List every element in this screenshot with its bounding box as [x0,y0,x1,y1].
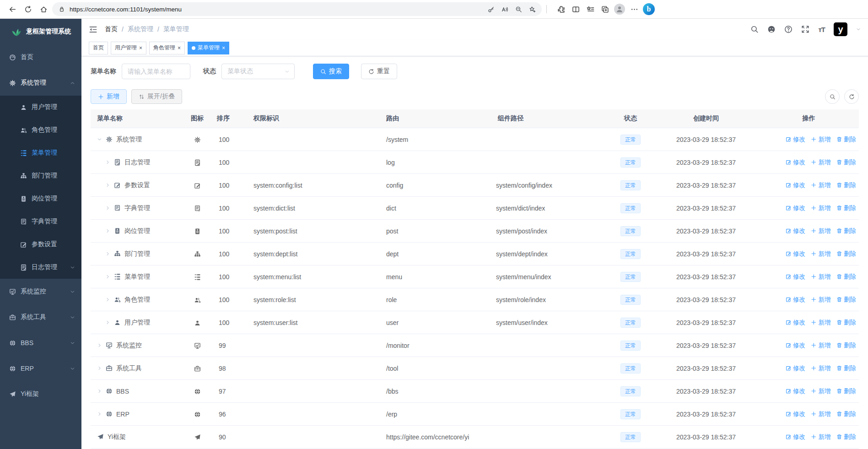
row-add-action[interactable]: 新增 [811,204,831,212]
row-expand-caret[interactable] [105,297,110,302]
row-edit-action[interactable]: 修改 [786,387,806,395]
tab-用户管理[interactable]: 用户管理× [111,42,146,54]
row-edit-action[interactable]: 修改 [786,364,806,373]
row-edit-action[interactable]: 修改 [786,204,806,212]
sidebar-item-menu[interactable]: 菜单管理 [0,141,81,164]
row-add-action[interactable]: 新增 [811,433,831,441]
row-edit-action[interactable]: 修改 [786,135,806,144]
extensions-icon[interactable] [554,2,568,16]
row-expand-caret[interactable] [97,389,102,394]
row-add-action[interactable]: 新增 [811,158,831,167]
sidebar-item-dept[interactable]: 部门管理 [0,164,81,187]
password-key-icon[interactable] [485,3,497,15]
row-expand-caret[interactable] [97,343,102,348]
ssl-lock-icon[interactable] [58,5,66,13]
close-icon[interactable]: × [222,45,225,51]
row-expand-caret[interactable] [105,206,110,211]
row-delete-action[interactable]: 删除 [836,364,857,373]
row-add-action[interactable]: 新增 [811,410,831,418]
row-delete-action[interactable]: 删除 [836,250,857,258]
status-select[interactable]: 菜单状态 [221,64,295,79]
row-add-action[interactable]: 新增 [811,319,831,327]
tab-菜单管理[interactable]: 菜单管理× [188,42,229,54]
row-expand-caret[interactable] [97,137,102,142]
row-add-action[interactable]: 新增 [811,250,831,258]
read-aloud-icon[interactable] [499,3,511,15]
row-expand-caret[interactable] [105,228,110,233]
favorite-add-icon[interactable] [526,3,538,15]
refresh-table-button[interactable] [844,89,859,104]
sidebar-item-role[interactable]: 角色管理 [0,119,81,141]
collections-icon[interactable] [598,2,612,16]
sidebar-item-monitor[interactable]: 系统监控 [0,279,81,304]
fullscreen-icon[interactable] [801,25,809,33]
row-delete-action[interactable]: 删除 [836,341,857,350]
row-edit-action[interactable]: 修改 [786,158,806,167]
row-edit-action[interactable]: 修改 [786,410,806,418]
row-edit-action[interactable]: 修改 [786,296,806,304]
zoom-out-icon[interactable] [512,3,524,15]
row-expand-caret[interactable] [105,251,110,256]
row-add-action[interactable]: 新增 [811,273,831,281]
row-delete-action[interactable]: 删除 [836,273,857,281]
row-edit-action[interactable]: 修改 [786,341,806,350]
github-icon[interactable] [767,25,776,33]
row-delete-action[interactable]: 删除 [836,296,857,304]
row-expand-caret[interactable] [105,183,110,188]
browser-reload-button[interactable] [21,2,35,16]
row-delete-action[interactable]: 删除 [836,181,857,189]
sidebar-item-tool[interactable]: 系统工具 [0,304,81,330]
sidebar-item-yi[interactable]: Yi框架 [0,381,81,407]
row-add-action[interactable]: 新增 [811,387,831,395]
user-avatar[interactable]: y [834,22,847,36]
row-expand-caret[interactable] [97,411,102,417]
sidebar-collapse-icon[interactable] [89,25,97,34]
header-search-icon[interactable] [750,25,759,33]
avatar-dropdown-caret[interactable] [856,27,861,32]
row-delete-action[interactable]: 删除 [836,204,857,212]
row-delete-action[interactable]: 删除 [836,410,857,418]
row-expand-caret[interactable] [105,320,110,325]
row-edit-action[interactable]: 修改 [786,273,806,281]
expand-collapse-button[interactable]: 展开/折叠 [131,89,182,104]
reset-button[interactable]: 重置 [361,64,397,79]
browser-profile-avatar[interactable] [613,2,626,16]
help-icon[interactable] [784,25,793,33]
sidebar-logo[interactable]: 意框架管理系统 [0,19,81,44]
sidebar-item-config[interactable]: 参数设置 [0,233,81,256]
close-icon[interactable]: × [139,45,142,51]
row-add-action[interactable]: 新增 [811,364,831,373]
row-delete-action[interactable]: 删除 [836,319,857,327]
row-delete-action[interactable]: 删除 [836,387,857,395]
row-add-action[interactable]: 新增 [811,341,831,350]
split-screen-icon[interactable] [569,2,582,16]
browser-back-button[interactable] [5,2,19,16]
font-size-icon[interactable]: тT [818,26,825,33]
sidebar-item-bbs[interactable]: BBS [0,330,81,356]
row-expand-caret[interactable] [105,274,110,279]
row-delete-action[interactable]: 删除 [836,135,857,144]
row-add-action[interactable]: 新增 [811,181,831,189]
row-edit-action[interactable]: 修改 [786,250,806,258]
breadcrumb-system[interactable]: 系统管理 [128,25,153,33]
show-search-toggle-button[interactable] [825,89,840,104]
row-edit-action[interactable]: 修改 [786,181,806,189]
row-edit-action[interactable]: 修改 [786,433,806,441]
row-add-action[interactable]: 新增 [811,227,831,235]
row-delete-action[interactable]: 删除 [836,227,857,235]
breadcrumb-home[interactable]: 首页 [105,25,118,33]
sidebar-item-home[interactable]: 首页 [0,44,81,70]
row-edit-action[interactable]: 修改 [786,227,806,235]
tab-首页[interactable]: 首页 [89,42,108,54]
row-add-action[interactable]: 新增 [811,296,831,304]
sidebar-item-system[interactable]: 系统管理 [0,70,81,96]
browser-home-button[interactable] [37,2,50,16]
sidebar-item-erp[interactable]: ERP [0,356,81,381]
row-add-action[interactable]: 新增 [811,135,831,144]
close-icon[interactable]: × [178,45,181,51]
address-bar[interactable]: https://ccnetcore.com:1101/system/menu [52,2,542,16]
row-expand-caret[interactable] [105,160,110,165]
search-button[interactable]: 搜索 [313,64,349,79]
sidebar-item-post[interactable]: 岗位管理 [0,187,81,210]
row-delete-action[interactable]: 删除 [836,158,857,167]
